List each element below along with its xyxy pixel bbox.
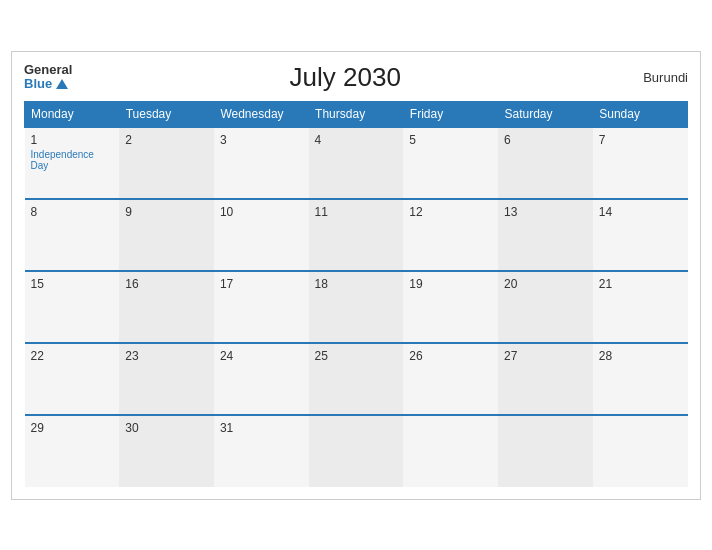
weekday-header: Saturday [498, 101, 593, 127]
calendar-week-row: 293031 [25, 415, 688, 487]
day-number: 11 [315, 205, 398, 219]
calendar-weekdays: MondayTuesdayWednesdayThursdayFridaySatu… [25, 101, 688, 127]
weekday-header: Monday [25, 101, 120, 127]
day-number: 8 [31, 205, 114, 219]
day-number: 4 [315, 133, 398, 147]
logo-triangle-icon [56, 79, 68, 89]
day-number: 1 [31, 133, 114, 147]
logo-general-text: General [24, 63, 72, 77]
calendar-week-row: 15161718192021 [25, 271, 688, 343]
calendar-day-cell: 26 [403, 343, 498, 415]
calendar-day-cell: 29 [25, 415, 120, 487]
calendar-day-cell: 23 [119, 343, 214, 415]
calendar-body: 1Independence Day23456789101112131415161… [25, 127, 688, 487]
day-number: 26 [409, 349, 492, 363]
calendar-grid: MondayTuesdayWednesdayThursdayFridaySatu… [24, 101, 688, 487]
day-number: 19 [409, 277, 492, 291]
day-number: 15 [31, 277, 114, 291]
calendar-day-cell: 8 [25, 199, 120, 271]
day-number: 22 [31, 349, 114, 363]
logo: General Blue [24, 63, 72, 92]
weekday-header: Wednesday [214, 101, 309, 127]
calendar-day-cell: 3 [214, 127, 309, 199]
day-number: 23 [125, 349, 208, 363]
logo-blue-text: Blue [24, 77, 68, 91]
day-number: 27 [504, 349, 587, 363]
day-number: 2 [125, 133, 208, 147]
day-number: 16 [125, 277, 208, 291]
weekday-header: Thursday [309, 101, 404, 127]
calendar-country: Burundi [618, 70, 688, 85]
day-number: 10 [220, 205, 303, 219]
day-number: 7 [599, 133, 682, 147]
day-number: 9 [125, 205, 208, 219]
calendar-day-cell [403, 415, 498, 487]
calendar-week-row: 891011121314 [25, 199, 688, 271]
weekday-header: Sunday [593, 101, 688, 127]
day-number: 6 [504, 133, 587, 147]
calendar-day-cell: 6 [498, 127, 593, 199]
day-number: 21 [599, 277, 682, 291]
day-number: 18 [315, 277, 398, 291]
holiday-label: Independence Day [31, 149, 114, 171]
calendar-day-cell: 19 [403, 271, 498, 343]
calendar-day-cell: 31 [214, 415, 309, 487]
calendar-week-row: 1Independence Day234567 [25, 127, 688, 199]
day-number: 3 [220, 133, 303, 147]
calendar-title: July 2030 [72, 62, 618, 93]
calendar-day-cell: 7 [593, 127, 688, 199]
calendar-day-cell: 14 [593, 199, 688, 271]
calendar-day-cell: 20 [498, 271, 593, 343]
day-number: 13 [504, 205, 587, 219]
day-number: 25 [315, 349, 398, 363]
calendar-day-cell: 16 [119, 271, 214, 343]
calendar-day-cell: 28 [593, 343, 688, 415]
day-number: 30 [125, 421, 208, 435]
calendar-container: General Blue July 2030 Burundi MondayTue… [11, 51, 701, 500]
calendar-day-cell: 22 [25, 343, 120, 415]
day-number: 28 [599, 349, 682, 363]
calendar-day-cell: 9 [119, 199, 214, 271]
calendar-day-cell: 17 [214, 271, 309, 343]
calendar-day-cell: 21 [593, 271, 688, 343]
calendar-day-cell [498, 415, 593, 487]
calendar-day-cell: 27 [498, 343, 593, 415]
day-number: 31 [220, 421, 303, 435]
day-number: 20 [504, 277, 587, 291]
calendar-day-cell: 10 [214, 199, 309, 271]
day-number: 12 [409, 205, 492, 219]
calendar-day-cell: 12 [403, 199, 498, 271]
calendar-day-cell: 5 [403, 127, 498, 199]
day-number: 17 [220, 277, 303, 291]
calendar-day-cell: 24 [214, 343, 309, 415]
calendar-week-row: 22232425262728 [25, 343, 688, 415]
weekday-header: Tuesday [119, 101, 214, 127]
day-number: 24 [220, 349, 303, 363]
calendar-header: General Blue July 2030 Burundi [24, 62, 688, 93]
calendar-day-cell: 1Independence Day [25, 127, 120, 199]
calendar-day-cell: 25 [309, 343, 404, 415]
calendar-day-cell: 30 [119, 415, 214, 487]
calendar-day-cell [593, 415, 688, 487]
calendar-day-cell: 13 [498, 199, 593, 271]
day-number: 5 [409, 133, 492, 147]
day-number: 14 [599, 205, 682, 219]
calendar-day-cell [309, 415, 404, 487]
calendar-day-cell: 18 [309, 271, 404, 343]
calendar-day-cell: 15 [25, 271, 120, 343]
calendar-day-cell: 4 [309, 127, 404, 199]
weekday-header: Friday [403, 101, 498, 127]
calendar-day-cell: 11 [309, 199, 404, 271]
calendar-day-cell: 2 [119, 127, 214, 199]
day-number: 29 [31, 421, 114, 435]
